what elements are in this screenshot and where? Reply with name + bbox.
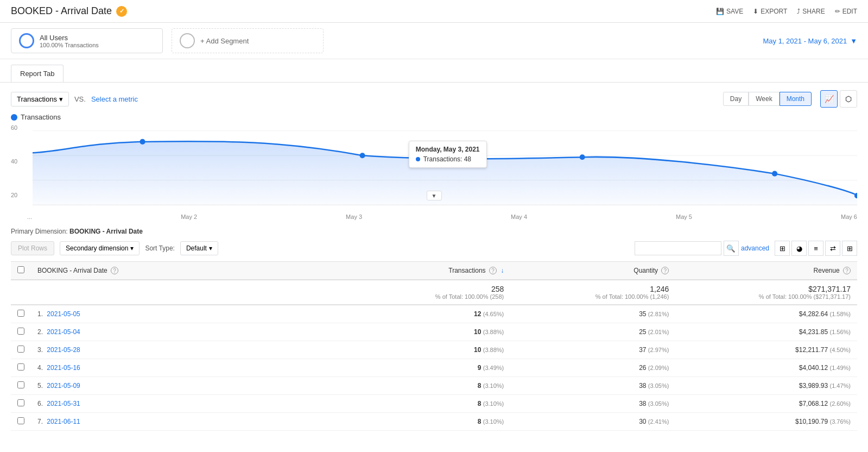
- row-transactions: 8 (3.10%): [345, 395, 510, 413]
- row-transactions: 12 (4.65%): [345, 305, 510, 323]
- compare-icon: ⇄: [830, 244, 836, 253]
- share-button[interactable]: ⤴ SHARE: [797, 8, 825, 15]
- report-tab-button[interactable]: Report Tab: [11, 65, 64, 82]
- table-view-buttons: ⊞ ◕ ≡ ⇄ ⊞: [775, 241, 857, 256]
- pie-icon: ◕: [796, 244, 802, 253]
- transactions-help-icon[interactable]: ?: [489, 267, 497, 274]
- title-text: BOOKED - Arrival Date: [11, 5, 112, 17]
- legend-dot: [11, 114, 17, 121]
- data-point-1[interactable]: [140, 139, 145, 145]
- table-row: 4. 2021-05-16 9 (3.49%) 26 (2.09%) $4,04…: [11, 359, 857, 377]
- x-label-dots: ...: [27, 214, 32, 220]
- verified-icon: ✓: [116, 6, 127, 17]
- search-button[interactable]: 🔍: [724, 241, 739, 256]
- pivot-view-button[interactable]: ⊞: [842, 241, 857, 256]
- period-day-button[interactable]: Day: [723, 92, 749, 106]
- row-revenue: $3,989.93 (1.47%): [675, 377, 857, 395]
- bar-icon: ≡: [814, 244, 818, 253]
- transactions-col-header[interactable]: Transactions ? ↓: [345, 262, 510, 280]
- pie-view-button[interactable]: ◕: [791, 241, 807, 256]
- plot-rows-button: Plot Rows: [11, 241, 54, 255]
- add-segment-circle: [180, 33, 195, 48]
- booking-date-link[interactable]: 2021-05-05: [47, 310, 80, 318]
- edit-button[interactable]: ✏ EDIT: [835, 8, 857, 15]
- save-icon: 💾: [716, 8, 724, 15]
- data-point-3[interactable]: [580, 154, 585, 160]
- row-booking-date: 6. 2021-05-31: [31, 395, 345, 413]
- bar-view-button[interactable]: ≡: [808, 241, 823, 256]
- row-booking-date: 2. 2021-05-04: [31, 323, 345, 341]
- chevron-down-icon: ▾: [209, 244, 212, 252]
- sort-type-button[interactable]: Default ▾: [180, 241, 218, 255]
- advanced-link[interactable]: advanced: [741, 244, 769, 252]
- period-week-button[interactable]: Week: [749, 92, 779, 106]
- search-input[interactable]: [635, 241, 721, 255]
- row-transactions: 10 (3.88%): [345, 323, 510, 341]
- metric1-button[interactable]: Transactions ▾: [11, 92, 69, 106]
- revenue-help-icon[interactable]: ?: [843, 267, 851, 274]
- row-checkbox[interactable]: [17, 399, 24, 406]
- row-checkbox-cell: [11, 359, 31, 377]
- sort-type-label: Sort Type:: [145, 244, 174, 252]
- add-segment-label: + Add Segment: [200, 37, 249, 45]
- secondary-dimension-button[interactable]: Secondary dimension ▾: [60, 241, 140, 255]
- line-chart-button[interactable]: 📈: [820, 90, 838, 108]
- quantity-help-icon[interactable]: ?: [661, 267, 669, 274]
- booking-date-link[interactable]: 2021-05-04: [47, 328, 80, 336]
- select-all-checkbox[interactable]: [17, 266, 24, 273]
- share-icon: ⤴: [797, 8, 800, 15]
- row-checkbox[interactable]: [17, 363, 24, 371]
- table-section: Primary Dimension: BOOKING - Arrival Dat…: [0, 222, 868, 436]
- all-users-segment[interactable]: All Users 100.00% Transactions: [11, 28, 163, 53]
- y-label-20: 20: [11, 192, 17, 198]
- period-month-button[interactable]: Month: [780, 92, 812, 106]
- row-checkbox[interactable]: [17, 328, 24, 335]
- export-button[interactable]: ⬇ EXPORT: [753, 8, 787, 15]
- grid-view-button[interactable]: ⊞: [775, 241, 790, 256]
- add-segment-button[interactable]: + Add Segment: [172, 28, 324, 53]
- scatter-chart-icon: ⬡: [845, 95, 852, 103]
- quantity-col-header[interactable]: Quantity ?: [510, 262, 675, 280]
- row-revenue: $12,211.77 (4.50%): [675, 341, 857, 359]
- compare-view-button[interactable]: ⇄: [825, 241, 840, 256]
- data-point-4[interactable]: [772, 171, 777, 177]
- booking-date-link[interactable]: 2021-06-11: [47, 418, 80, 425]
- chevron-down-icon: ▼: [850, 37, 857, 45]
- row-checkbox[interactable]: [17, 381, 24, 388]
- save-button[interactable]: 💾 SAVE: [716, 8, 743, 15]
- line-chart-icon: 📈: [825, 95, 834, 103]
- segment-name: All Users: [40, 34, 99, 42]
- sort-arrow: ↓: [500, 267, 504, 274]
- table-row: 3. 2021-05-28 10 (3.88%) 37 (2.97%) $12,…: [11, 341, 857, 359]
- legend-label: Transactions: [21, 113, 61, 121]
- data-table: BOOKING - Arrival Date ? Transactions ? …: [11, 261, 857, 431]
- row-quantity: 30 (2.41%): [510, 413, 675, 431]
- row-quantity: 37 (2.97%): [510, 341, 675, 359]
- booking-col-header[interactable]: BOOKING - Arrival Date ?: [31, 262, 345, 280]
- chart-x-labels: ... May 2 May 3 May 4 May 5 May 6: [11, 211, 857, 222]
- plot-rows-label: Plot Rows: [18, 244, 47, 252]
- row-transactions: 9 (3.49%): [345, 359, 510, 377]
- row-checkbox[interactable]: [17, 417, 24, 424]
- scroll-down-arrow[interactable]: ▼: [427, 191, 442, 200]
- booking-help-icon[interactable]: ?: [111, 267, 118, 274]
- scatter-chart-button[interactable]: ⬡: [840, 90, 857, 108]
- row-checkbox[interactable]: [17, 346, 24, 353]
- revenue-col-header[interactable]: Revenue ?: [675, 262, 857, 280]
- grid-icon: ⊞: [780, 244, 785, 253]
- chart-type-buttons: 📈 ⬡: [820, 90, 857, 108]
- table-row: 7. 2021-06-11 8 (3.10%) 30 (2.41%) $10,1…: [11, 413, 857, 431]
- booking-date-link[interactable]: 2021-05-28: [47, 346, 80, 354]
- booking-date-link[interactable]: 2021-05-31: [47, 400, 80, 407]
- table-row: 1. 2021-05-05 12 (4.65%) 35 (2.81%) $4,2…: [11, 305, 857, 323]
- row-revenue: $10,190.79 (3.76%): [675, 413, 857, 431]
- row-checkbox-cell: [11, 413, 31, 431]
- row-transactions: 8 (3.10%): [345, 413, 510, 431]
- data-point-2[interactable]: [360, 153, 365, 158]
- booking-date-link[interactable]: 2021-05-16: [47, 364, 80, 372]
- row-checkbox[interactable]: [17, 310, 24, 317]
- booking-date-link[interactable]: 2021-05-09: [47, 382, 80, 390]
- select-metric-link[interactable]: Select a metric: [91, 95, 138, 103]
- report-tab-row: Report Tab: [0, 59, 868, 83]
- date-range-selector[interactable]: May 1, 2021 - May 6, 2021 ▼: [763, 37, 857, 45]
